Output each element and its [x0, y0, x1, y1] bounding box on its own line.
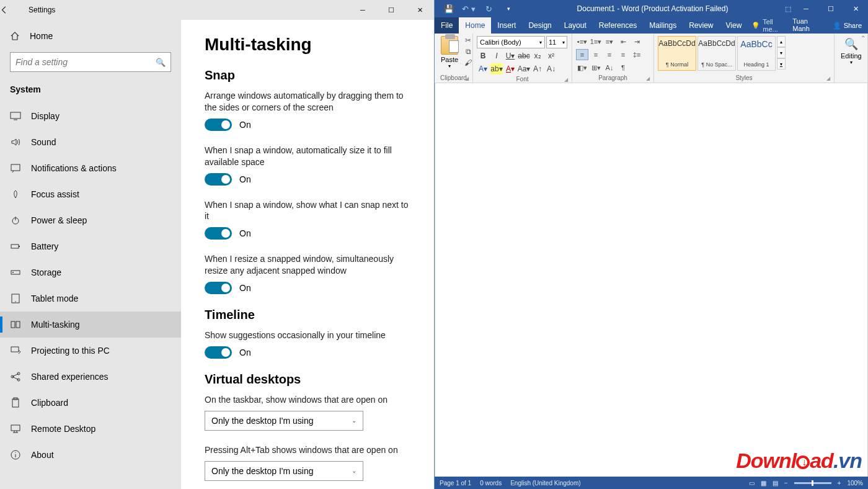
style-heading1[interactable]: AaBbCc Heading 1: [737, 36, 776, 71]
sidebar-item-focus-assist[interactable]: Focus assist: [0, 181, 181, 207]
multilevel-list-button[interactable]: ≡▾: [603, 36, 616, 47]
italic-button[interactable]: I: [490, 50, 503, 61]
sidebar-item-battery[interactable]: Battery: [0, 233, 181, 259]
copy-button[interactable]: ⧉: [463, 47, 473, 56]
numbering-button[interactable]: 1≡▾: [590, 36, 602, 47]
close-button[interactable]: ✕: [405, 0, 434, 20]
status-words[interactable]: 0 words: [480, 480, 502, 487]
text-effects-button[interactable]: A▾: [477, 63, 489, 74]
word-maximize-button[interactable]: ☐: [818, 0, 843, 17]
snap-opt3-toggle[interactable]: [205, 227, 232, 240]
sidebar-item-remote-desktop[interactable]: Remote Desktop: [0, 416, 181, 442]
ribbon-display-options-icon[interactable]: ⬚: [782, 5, 794, 13]
font-name-select[interactable]: Calibri (Body)▾: [477, 36, 545, 48]
tab-home[interactable]: Home: [459, 17, 491, 34]
status-language[interactable]: English (United Kingdom): [510, 480, 580, 487]
styles-scroll-up-icon[interactable]: ▴: [777, 36, 786, 47]
snap-opt4-toggle[interactable]: [205, 282, 232, 294]
document-area[interactable]: [435, 83, 868, 477]
word-close-button[interactable]: ✕: [843, 0, 868, 17]
align-left-button[interactable]: ≡: [576, 49, 588, 60]
font-launcher-icon[interactable]: ◢: [564, 77, 568, 83]
sort-button[interactable]: A↓: [603, 62, 616, 73]
styles-scroll-down-icon[interactable]: ▾: [777, 47, 786, 58]
minimize-button[interactable]: ─: [348, 0, 377, 20]
share-button[interactable]: 👤Share: [826, 17, 868, 34]
save-icon[interactable]: 💾: [441, 4, 457, 14]
web-layout-icon[interactable]: ▤: [773, 480, 778, 487]
print-layout-icon[interactable]: ▦: [761, 480, 766, 487]
paragraph-launcher-icon[interactable]: ◢: [646, 76, 650, 81]
justify-button[interactable]: ≡: [617, 49, 629, 60]
zoom-in-button[interactable]: +: [838, 480, 841, 487]
style-no-spacing[interactable]: AaBbCcDd ¶ No Spac...: [698, 36, 736, 71]
tab-references[interactable]: References: [593, 17, 643, 34]
line-spacing-button[interactable]: ‡≡: [631, 49, 643, 60]
styles-launcher-icon[interactable]: ◢: [826, 76, 830, 81]
qat-customize-icon[interactable]: ▾: [500, 6, 516, 12]
tab-layout[interactable]: Layout: [558, 17, 593, 34]
shrink-font-button[interactable]: A↓: [545, 63, 557, 74]
bold-button[interactable]: B: [477, 50, 489, 61]
maximize-button[interactable]: ☐: [377, 0, 405, 20]
snap-opt1-toggle[interactable]: [205, 119, 232, 131]
tab-file[interactable]: File: [435, 17, 459, 34]
superscript-button[interactable]: x²: [545, 50, 557, 61]
strikethrough-button[interactable]: abc: [518, 50, 530, 61]
sidebar-item-display[interactable]: Display: [0, 103, 181, 129]
sidebar-item-sound[interactable]: Sound: [0, 129, 181, 155]
align-right-button[interactable]: ≡: [603, 49, 616, 60]
back-button[interactable]: [0, 6, 29, 14]
bullets-button[interactable]: •≡▾: [576, 36, 588, 47]
tell-me-search[interactable]: 💡Tell me...: [748, 17, 787, 34]
zoom-slider[interactable]: [794, 482, 831, 484]
sidebar-item-projecting[interactable]: Projecting to this PC: [0, 338, 181, 364]
home-button[interactable]: Home: [0, 25, 181, 47]
format-painter-button[interactable]: 🖌: [463, 58, 473, 67]
clipboard-launcher-icon[interactable]: ◢: [465, 76, 469, 81]
tab-insert[interactable]: Insert: [491, 17, 522, 34]
paste-button[interactable]: Paste ▾: [437, 35, 462, 70]
sidebar-item-storage[interactable]: Storage: [0, 259, 181, 285]
increase-indent-button[interactable]: ⇥: [631, 36, 643, 47]
highlight-button[interactable]: ab▾: [490, 63, 503, 74]
redo-icon[interactable]: ↻: [480, 4, 497, 14]
tab-design[interactable]: Design: [522, 17, 557, 34]
account-name[interactable]: Tuan Manh: [787, 17, 826, 34]
sidebar-item-power-sleep[interactable]: Power & sleep: [0, 207, 181, 233]
cut-button[interactable]: ✂: [463, 36, 473, 45]
status-page[interactable]: Page 1 of 1: [440, 480, 471, 487]
undo-icon[interactable]: ↶ ▾: [461, 4, 477, 14]
sidebar-item-multitasking[interactable]: Multi-tasking: [0, 312, 181, 338]
subscript-button[interactable]: x₂: [531, 50, 544, 61]
style-normal[interactable]: AaBbCcDd ¶ Normal: [658, 36, 696, 71]
sidebar-item-notifications[interactable]: Notifications & actions: [0, 155, 181, 181]
read-mode-icon[interactable]: ▭: [749, 480, 755, 487]
snap-opt2-toggle[interactable]: [205, 173, 232, 186]
change-case-button[interactable]: Aa▾: [518, 63, 530, 74]
shading-button[interactable]: ◧▾: [576, 62, 588, 73]
vdesk-dropdown1[interactable]: Only the desktop I'm using ⌄: [205, 411, 363, 431]
word-minimize-button[interactable]: ─: [794, 0, 818, 17]
font-size-select[interactable]: 11▾: [546, 36, 567, 48]
sidebar-item-about[interactable]: About: [0, 442, 181, 468]
tab-view[interactable]: View: [720, 17, 748, 34]
borders-button[interactable]: ⊞▾: [590, 62, 602, 73]
search-input[interactable]: 🔍: [10, 52, 171, 72]
show-marks-button[interactable]: ¶: [617, 62, 629, 73]
collapse-ribbon-icon[interactable]: ⌃: [861, 35, 866, 42]
decrease-indent-button[interactable]: ⇤: [617, 36, 629, 47]
underline-button[interactable]: U▾: [504, 50, 516, 61]
align-center-button[interactable]: ≡: [590, 49, 602, 60]
tab-review[interactable]: Review: [683, 17, 719, 34]
sidebar-item-tablet-mode[interactable]: Tablet mode: [0, 285, 181, 312]
grow-font-button[interactable]: A↑: [531, 63, 544, 74]
zoom-out-button[interactable]: −: [784, 480, 788, 487]
search-field[interactable]: [16, 57, 156, 67]
styles-expand-icon[interactable]: ▾̲: [777, 58, 786, 70]
vdesk-dropdown2[interactable]: Only the desktop I'm using ⌄: [205, 461, 363, 481]
tab-mailings[interactable]: Mailings: [643, 17, 683, 34]
font-color-button[interactable]: A▾: [504, 63, 516, 74]
timeline-opt1-toggle[interactable]: [205, 346, 232, 359]
sidebar-item-shared-experiences[interactable]: Shared experiences: [0, 364, 181, 390]
